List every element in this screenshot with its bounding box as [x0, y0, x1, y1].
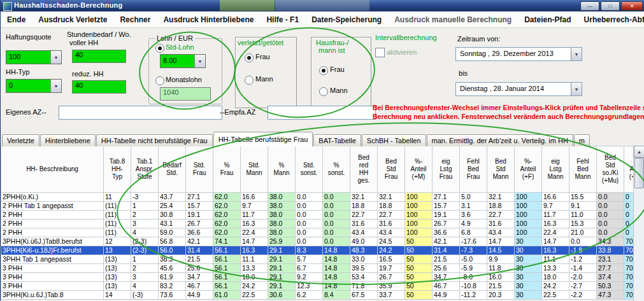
menu-item-urheberrech-abfrage-sch-b-h[interactable]: Urheberrech-Abfrage Sch-B/H: [578, 15, 644, 24]
menu-item-dateien-pfad[interactable]: Dateien-Pfad: [518, 15, 577, 24]
row-description-cell[interactable]: 2 PHH: [1, 228, 104, 237]
aktivieren-checkbox[interactable]: [375, 48, 385, 57]
row-description-cell[interactable]: 3PHH Tab 1 angepasst: [1, 255, 104, 264]
cell[interactable]: 1: [131, 255, 159, 264]
cell[interactable]: 3: [131, 273, 159, 282]
cell[interactable]: 0.0: [323, 193, 350, 202]
cell[interactable]: 0.0: [323, 228, 350, 237]
cell[interactable]: (11): [104, 220, 131, 228]
cell[interactable]: 100: [515, 193, 542, 202]
cell[interactable]: (13): [104, 273, 131, 282]
cell[interactable]: 11: [104, 193, 131, 202]
tab-hh-tabelle-nicht-berufst-tige-frau[interactable]: HH-Tabelle nicht berufstätige Frau: [96, 134, 213, 146]
cell[interactable]: 62.0: [213, 220, 241, 228]
cell[interactable]: 32.1: [350, 193, 378, 202]
cell[interactable]: 100: [405, 228, 433, 237]
reduz-hh-field[interactable]: 40: [72, 80, 126, 94]
cell[interactable]: (13): [104, 264, 131, 273]
cell[interactable]: 3.1: [460, 202, 487, 211]
cell[interactable]: 61.0: [213, 291, 241, 300]
row-description-cell[interactable]: 3 PHH: [1, 273, 104, 282]
cell[interactable]: 24.2: [542, 282, 569, 291]
cell[interactable]: 12.3: [296, 282, 323, 291]
cell[interactable]: 50: [405, 255, 433, 264]
cell[interactable]: 14.8: [323, 246, 350, 255]
cell[interactable]: 38.0: [268, 193, 296, 202]
cell[interactable]: -11.2: [460, 291, 487, 300]
cell[interactable]: 0.0: [323, 202, 350, 211]
table-row[interactable]: 3 PHH(13)483.246.756.124.229.112.314.871…: [1, 282, 644, 291]
cell[interactable]: 15.7: [186, 202, 213, 211]
cell[interactable]: 29.1: [268, 282, 296, 291]
cell[interactable]: 22.5: [542, 291, 569, 300]
empfa-az-input[interactable]: [268, 106, 376, 120]
cell[interactable]: 39.5: [350, 264, 378, 273]
cell[interactable]: 6.2: [296, 291, 323, 300]
cell[interactable]: 42.1: [433, 237, 460, 246]
cell[interactable]: 50.3: [597, 282, 624, 291]
cell[interactable]: 3.6: [460, 211, 487, 220]
cell[interactable]: 16.3: [542, 246, 569, 255]
eigenes-az-input[interactable]: [59, 106, 222, 120]
cell[interactable]: 0.0: [597, 211, 624, 220]
cell[interactable]: 21.5: [433, 255, 460, 264]
row-description-cell[interactable]: 2PHH(o.Ki.): [1, 193, 104, 202]
cell[interactable]: -17.6: [460, 237, 487, 246]
cell[interactable]: 62.0: [213, 202, 241, 211]
cell[interactable]: 30: [515, 264, 542, 273]
cell[interactable]: 0.0: [597, 220, 624, 228]
row-description-cell[interactable]: 3 PHH: [1, 282, 104, 291]
cell[interactable]: 34.7: [433, 273, 460, 282]
haftungsquote-select[interactable]: 100 ▼: [6, 50, 62, 64]
cell[interactable]: 31.4: [433, 246, 460, 255]
cell[interactable]: 29.1: [268, 246, 296, 255]
cell[interactable]: -2.2: [569, 291, 597, 300]
cell[interactable]: 19.1: [433, 211, 460, 220]
cell[interactable]: (2-3): [131, 246, 159, 255]
chevron-down-icon[interactable]: ▼: [50, 51, 61, 64]
cell[interactable]: 9.7: [241, 202, 268, 211]
cell[interactable]: 50: [405, 264, 433, 273]
cell[interactable]: 30.6: [268, 291, 296, 300]
cell[interactable]: 16.3: [542, 220, 569, 228]
cell[interactable]: 22.4: [542, 228, 569, 237]
cell[interactable]: 38.3: [159, 255, 186, 264]
cell[interactable]: 32.1: [378, 193, 405, 202]
tab-m[interactable]: m: [574, 134, 590, 146]
cell[interactable]: 0.0: [569, 237, 597, 246]
minimize-button[interactable]: —: [580, 1, 599, 11]
cell[interactable]: -1.8: [569, 246, 597, 255]
cell[interactable]: 38.0: [268, 228, 296, 237]
cell[interactable]: 14.5: [487, 246, 515, 255]
cell[interactable]: 19.7: [378, 264, 405, 273]
cell[interactable]: 56.1: [213, 255, 241, 264]
cell[interactable]: 3: [131, 220, 159, 228]
cell[interactable]: 22.7: [487, 211, 515, 220]
menu-item-rechner[interactable]: Rechner: [113, 15, 157, 24]
menu-item-daten-speicherung[interactable]: Daten-Speicherung: [305, 15, 388, 24]
cell[interactable]: 62.0: [213, 193, 241, 202]
tab-schbh-tabellen[interactable]: SchBH - Tabellen: [362, 134, 426, 146]
menu-item-ausdruck-verletzte[interactable]: Ausdruck Verletzte: [32, 15, 113, 24]
cell[interactable]: 14.7: [542, 237, 569, 246]
cell[interactable]: 25.6: [433, 264, 460, 273]
table-row[interactable]: 2 PHH(11)459.036.662.022.438.00.00.043.4…: [1, 228, 644, 237]
table-row[interactable]: 2 PHH(11)343.126.762.016.338.00.00.031.6…: [1, 220, 644, 228]
cell[interactable]: 46.7: [186, 282, 213, 291]
cell[interactable]: 0.0: [323, 211, 350, 220]
cell[interactable]: 74.1: [213, 237, 241, 246]
cell[interactable]: 9.7: [542, 202, 569, 211]
cell[interactable]: 73.6: [159, 291, 186, 300]
cell[interactable]: 15.3: [569, 220, 597, 228]
cell[interactable]: 11.7: [241, 211, 268, 220]
cell[interactable]: 11.1: [241, 255, 268, 264]
std-lohn-select[interactable]: 8.00 ▼: [160, 54, 206, 68]
cell[interactable]: 33.7: [378, 291, 405, 300]
chevron-down-icon[interactable]: ▼: [571, 48, 582, 60]
cell[interactable]: 29.1: [268, 273, 296, 282]
cell[interactable]: 100: [515, 202, 542, 211]
cell[interactable]: 43.4: [487, 228, 515, 237]
cell[interactable]: 13: [104, 246, 131, 255]
chevron-down-icon[interactable]: ▼: [571, 83, 582, 95]
cell[interactable]: 38.0: [268, 202, 296, 211]
